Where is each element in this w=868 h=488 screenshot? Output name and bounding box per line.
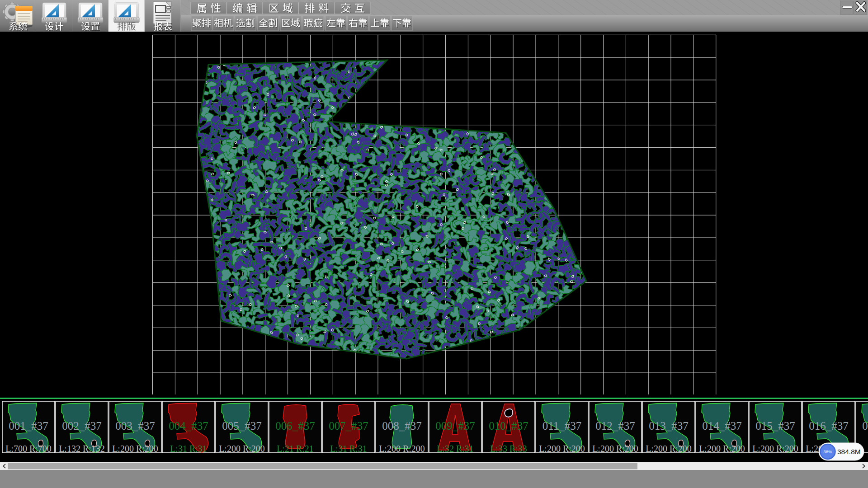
svg-text:384.8M: 384.8M [837, 448, 861, 455]
svg-text:L:132 R:132: L:132 R:132 [59, 444, 105, 454]
svg-text:L:31 R:31: L:31 R:31 [330, 444, 367, 454]
svg-text:L:33 R:33: L:33 R:33 [490, 444, 527, 454]
svg-text:38%: 38% [823, 449, 832, 454]
svg-text:L:200 R:200: L:200 R:200 [646, 444, 692, 454]
svg-text:007_#37: 007_#37 [329, 420, 368, 432]
svg-text:L:200 R:200: L:200 R:200 [752, 444, 798, 454]
svg-text:017_#37: 017_#37 [862, 420, 868, 432]
svg-text:L:200 R:200: L:200 R:200 [592, 444, 638, 454]
svg-text:006_#37: 006_#37 [275, 420, 315, 432]
svg-text:016_#37: 016_#37 [809, 420, 849, 432]
svg-text:003_#37: 003_#37 [115, 420, 155, 432]
svg-text:L:700 R:700: L:700 R:700 [5, 444, 52, 454]
svg-text:L:21 R:21: L:21 R:21 [277, 444, 314, 454]
svg-text:013_#37: 013_#37 [649, 420, 689, 432]
svg-text:012_#37: 012_#37 [595, 420, 635, 432]
svg-text:004_#37: 004_#37 [169, 420, 208, 432]
svg-text:002_#37: 002_#37 [62, 420, 102, 432]
svg-text:L:200 R:200: L:200 R:200 [699, 444, 745, 454]
svg-text:L:200 R:200: L:200 R:200 [219, 444, 265, 454]
svg-text:L:31 R:31: L:31 R:31 [170, 444, 207, 454]
svg-text:008_#37: 008_#37 [382, 420, 422, 432]
svg-text:015_#37: 015_#37 [755, 420, 795, 432]
svg-text:010_#37: 010_#37 [489, 420, 528, 432]
svg-text:014_#37: 014_#37 [702, 420, 742, 432]
svg-text:L:32 R:31: L:32 R:31 [437, 444, 474, 454]
svg-text:L:200 R:200: L:200 R:200 [539, 444, 585, 454]
svg-text:011_#37: 011_#37 [542, 420, 582, 432]
svg-text:L:200 R:200: L:200 R:200 [379, 444, 425, 454]
svg-text:009_#37: 009_#37 [435, 420, 475, 432]
svg-text:L:200 R:200: L:200 R:200 [112, 444, 158, 454]
svg-text:001_#37: 001_#37 [9, 420, 48, 432]
svg-text:005_#37: 005_#37 [222, 420, 262, 432]
